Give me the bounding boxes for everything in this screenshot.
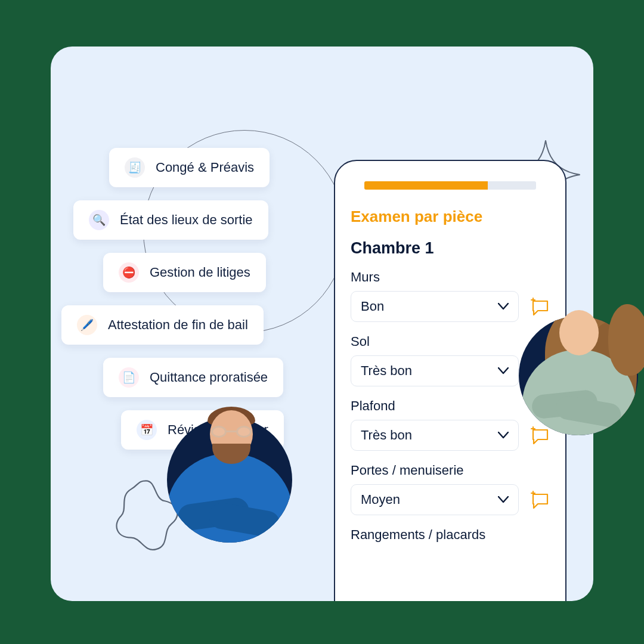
feature-chip-attestation-fin-bail[interactable]: 🖊️ Attestation de fin de bail xyxy=(61,305,264,345)
select-murs[interactable]: Bon xyxy=(351,291,519,322)
chip-label: Attestation de fin de bail xyxy=(108,317,248,333)
select-value: Bon xyxy=(361,299,384,314)
progress-bar xyxy=(364,181,535,190)
room-title: Chambre 1 xyxy=(351,239,550,258)
field-rangements-placards: Rangements / placards xyxy=(351,527,550,549)
feature-chip-etat-des-lieux[interactable]: 🔍 État des lieux de sortie xyxy=(73,200,268,240)
chevron-down-icon xyxy=(498,432,509,439)
field-label: Murs xyxy=(351,270,550,285)
receipt-icon: 🧾 xyxy=(125,157,145,178)
avatar-man xyxy=(167,417,292,543)
chip-label: Congé & Préavis xyxy=(156,160,254,175)
file-icon: 📄 xyxy=(119,367,139,388)
comment-plus-icon xyxy=(530,298,550,315)
field-label: Sol xyxy=(351,334,550,349)
add-comment-button[interactable] xyxy=(530,491,550,509)
chip-label: Gestion de litiges xyxy=(150,265,250,280)
add-comment-button[interactable] xyxy=(530,426,550,444)
select-value: Très bon xyxy=(361,428,412,443)
field-label: Rangements / placards xyxy=(351,527,550,543)
magnifier-icon: 🔍 xyxy=(89,210,109,230)
feature-chip-quittance-proratisee[interactable]: 📄 Quittance proratisée xyxy=(103,358,283,397)
field-plafond: Plafond Très bon xyxy=(351,398,550,451)
progress-fill xyxy=(364,181,488,190)
select-value: Très bon xyxy=(361,363,412,379)
field-label: Portes / menuiserie xyxy=(351,463,550,478)
field-murs: Murs Bon xyxy=(351,270,550,322)
select-value: Moyen xyxy=(361,492,400,507)
comment-plus-icon xyxy=(530,491,550,509)
avatar-woman xyxy=(519,316,638,435)
hero-panel: 🧾 Congé & Préavis 🔍 État des lieux de so… xyxy=(51,47,593,601)
chevron-down-icon xyxy=(498,496,509,503)
add-comment-button[interactable] xyxy=(530,298,550,315)
field-label: Plafond xyxy=(351,398,550,414)
feature-chip-conge-preavis[interactable]: 🧾 Congé & Préavis xyxy=(109,148,270,187)
chip-label: Quittance proratisée xyxy=(150,370,268,385)
select-sol[interactable]: Très bon xyxy=(351,355,519,386)
comment-plus-icon xyxy=(530,426,550,444)
select-portes[interactable]: Moyen xyxy=(351,484,519,515)
feature-chip-list: 🧾 Congé & Préavis 🔍 État des lieux de so… xyxy=(73,148,284,450)
select-plafond[interactable]: Très bon xyxy=(351,420,519,451)
feature-chip-gestion-litiges[interactable]: ⛔ Gestion de litiges xyxy=(103,253,266,292)
pen-icon: 🖊️ xyxy=(77,315,97,335)
chevron-down-icon xyxy=(498,303,509,310)
field-portes-menuiserie: Portes / menuiserie Moyen xyxy=(351,463,550,515)
chevron-down-icon xyxy=(498,367,509,374)
chip-label: État des lieux de sortie xyxy=(120,212,253,228)
section-title: Examen par pièce xyxy=(351,208,550,226)
no-entry-icon: ⛔ xyxy=(119,262,139,283)
calendar-icon: 📅 xyxy=(137,420,157,440)
